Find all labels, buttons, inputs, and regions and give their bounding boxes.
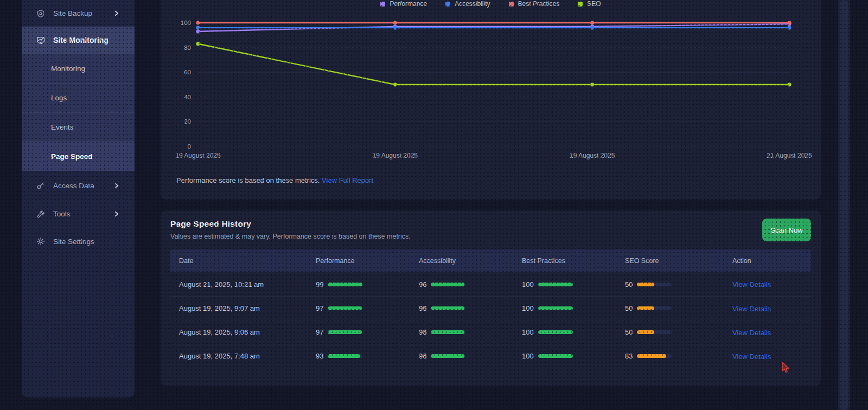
view-full-report-link[interactable]: View Full Report (322, 176, 373, 184)
seo-bar (637, 283, 672, 286)
legend-item[interactable]: SEO (578, 0, 601, 8)
data-point (196, 26, 200, 30)
table-row: August 19, 2025, 9:06 am 97 96 100 50 Vi… (170, 320, 811, 344)
performance-bar (328, 283, 362, 286)
x-axis-tick-label: 21 August 2025 (767, 152, 812, 159)
data-point (393, 26, 397, 30)
column-header-seo-score: SEO Score (616, 257, 724, 265)
data-point (787, 82, 791, 86)
scan-now-button[interactable]: Scan Now (762, 219, 811, 241)
seo-bar (637, 354, 672, 358)
column-header-best-practices: Best Practices (513, 257, 616, 265)
best-practices-bar (538, 306, 573, 310)
row-date: August 19, 2025, 7:48 am (170, 352, 307, 360)
column-header-date: Date (170, 257, 307, 265)
legend-swatch-icon (578, 2, 583, 7)
history-table: Date Performance Accessibility Best Prac… (170, 249, 811, 368)
seo-value: 50 (625, 328, 633, 336)
history-title: Page Speed History (170, 219, 811, 229)
view-details-link[interactable]: View Details (732, 280, 771, 289)
sidebar-item-site-settings[interactable]: Site Settings (22, 228, 135, 255)
y-axis-tick-label: 80 (184, 44, 191, 51)
best-practices-value: 100 (522, 304, 534, 312)
accessibility-bar (431, 283, 465, 286)
data-point (590, 26, 594, 30)
sidebar-item-tools[interactable]: Tools (22, 200, 135, 228)
performance-cell: 97 (307, 328, 410, 336)
y-axis-tick-label: 20 (184, 118, 191, 125)
accessibility-value: 96 (419, 328, 426, 336)
legend-item[interactable]: Performance (380, 0, 427, 8)
table-header-row: Date Performance Accessibility Best Prac… (170, 249, 811, 272)
history-subtitle: Values are estimated & may vary. Perform… (170, 233, 811, 240)
data-point (196, 42, 200, 46)
y-axis-tick-label: 40 (184, 94, 191, 100)
performance-value: 93 (316, 352, 323, 360)
x-axis-tick-label: 19 August 2025 (373, 152, 418, 159)
page-speed-dashboard: Site Backup Site Monitoring Monitoring L… (0, 0, 868, 410)
legend-item[interactable]: Accessibility (445, 0, 490, 8)
data-point (590, 21, 594, 24)
performance-bar (328, 354, 362, 358)
page-speed-history-card: Page Speed History Values are estimated … (161, 210, 821, 386)
accessibility-bar (431, 354, 465, 358)
seo-cell: 50 (616, 280, 724, 289)
accessibility-cell: 96 (410, 304, 513, 312)
chevron-right-icon (112, 210, 120, 219)
seo-cell: 83 (616, 352, 724, 360)
table-row: August 19, 2025, 9:07 am 97 96 100 50 Vi… (170, 296, 811, 320)
performance-bar (328, 306, 362, 310)
vertical-scrollbar[interactable] (838, 0, 850, 410)
data-point (196, 21, 200, 24)
performance-value: 97 (316, 304, 323, 312)
accessibility-cell: 96 (410, 280, 513, 289)
performance-value: 97 (316, 328, 323, 336)
data-point (393, 21, 397, 24)
table-row: August 19, 2025, 7:48 am 93 96 100 83 Vi… (170, 344, 811, 368)
legend-label: Performance (390, 0, 427, 8)
seo-value: 83 (625, 352, 633, 360)
column-header-accessibility: Accessibility (410, 257, 513, 265)
best-practices-bar (538, 354, 573, 358)
data-point (787, 21, 791, 24)
scrollbar-thumb[interactable] (840, 0, 848, 410)
action-cell: View Details (724, 351, 811, 361)
performance-bar (328, 330, 362, 334)
key-icon (36, 181, 46, 190)
performance-cell: 93 (307, 352, 410, 360)
column-header-performance: Performance (307, 257, 410, 265)
view-details-link[interactable]: View Details (732, 329, 771, 337)
seo-value: 50 (625, 280, 633, 289)
sidebar-item-access-data[interactable]: Access Data (22, 171, 135, 200)
legend-swatch-icon (445, 2, 450, 7)
view-details-link[interactable]: View Details (732, 353, 771, 361)
action-cell: View Details (724, 328, 811, 337)
legend-item[interactable]: Best Practices (509, 0, 560, 8)
data-point (196, 29, 200, 33)
best-practices-cell: 100 (513, 328, 616, 336)
accessibility-value: 96 (419, 304, 426, 312)
best-practices-bar (538, 283, 573, 286)
seo-cell: 50 (616, 328, 724, 336)
wrench-icon (36, 209, 46, 219)
seo-cell: 50 (616, 304, 724, 312)
accessibility-value: 96 (419, 280, 426, 289)
y-axis-tick-label: 60 (184, 69, 191, 75)
chart-legend: PerformanceAccessibilityBest PracticesSE… (161, 0, 821, 8)
view-details-link[interactable]: View Details (732, 305, 771, 313)
data-point (787, 26, 791, 30)
chevron-right-icon (112, 181, 120, 190)
x-axis-tick-label: 19 August 2025 (175, 152, 221, 159)
page-speed-line-chart: 02040608010019 August 202519 August 2025… (0, 0, 868, 168)
accessibility-bar (431, 330, 465, 334)
best-practices-cell: 100 (513, 304, 616, 312)
action-cell: View Details (724, 279, 811, 289)
performance-value: 99 (316, 280, 323, 289)
row-date: August 19, 2025, 9:06 am (170, 328, 307, 336)
series-line-seo (198, 44, 789, 85)
chart-footer-text: Performance score is based on these metr… (176, 176, 320, 184)
legend-swatch-icon (380, 2, 385, 7)
accessibility-value: 96 (419, 352, 426, 360)
seo-value: 50 (625, 304, 633, 312)
row-date: August 21, 2025, 10:21 am (170, 280, 307, 289)
